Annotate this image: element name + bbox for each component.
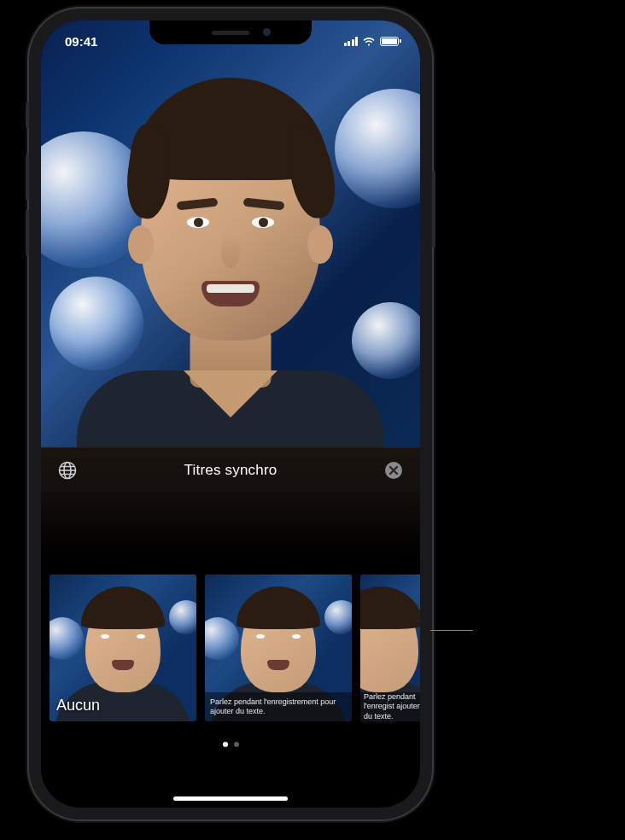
wifi-icon xyxy=(362,36,376,46)
page-dot xyxy=(234,742,239,747)
carousel-page-indicator xyxy=(41,736,420,753)
title-style-next[interactable]: Parlez pendant l'enregist ajouter du tex… xyxy=(360,575,420,721)
panel-spacer xyxy=(41,493,420,575)
page-dot-active xyxy=(223,742,228,747)
front-camera xyxy=(263,28,271,36)
panel-title: Titres synchro xyxy=(80,462,381,479)
phone-frame: 09:41 xyxy=(29,9,432,820)
background-element xyxy=(335,89,420,208)
power-button[interactable] xyxy=(432,171,435,248)
subject-face xyxy=(141,102,320,341)
title-style-carousel[interactable]: Aucun Parlez pendant l'enregistrement po… xyxy=(41,575,420,733)
notch xyxy=(149,20,312,44)
background-element xyxy=(50,277,143,370)
close-button[interactable] xyxy=(381,458,406,483)
home-indicator[interactable] xyxy=(173,796,288,801)
volume-down-button[interactable] xyxy=(26,209,29,256)
speaker-grill xyxy=(212,31,249,35)
title-style-none-label: Aucun xyxy=(56,697,100,715)
title-style-caption: Parlez pendant l'enregistrement pour ajo… xyxy=(205,692,352,721)
clip-viewer[interactable] xyxy=(41,20,420,447)
screen: 09:41 xyxy=(41,20,420,808)
mute-switch[interactable] xyxy=(26,102,29,128)
title-style-standard[interactable]: Parlez pendant l'enregistrement pour ajo… xyxy=(205,575,352,721)
cellular-signal-icon xyxy=(344,37,359,46)
close-icon xyxy=(383,460,404,481)
battery-icon xyxy=(380,37,401,46)
background-element xyxy=(352,302,420,379)
annotation-callout-line xyxy=(430,630,473,631)
title-style-caption: Parlez pendant l'enregist ajouter du tex… xyxy=(360,692,420,721)
language-button[interactable] xyxy=(55,458,80,483)
globe-icon xyxy=(57,460,78,481)
volume-up-button[interactable] xyxy=(26,154,29,201)
panel-header: Titres synchro xyxy=(41,447,420,493)
title-style-none[interactable]: Aucun xyxy=(50,575,196,721)
